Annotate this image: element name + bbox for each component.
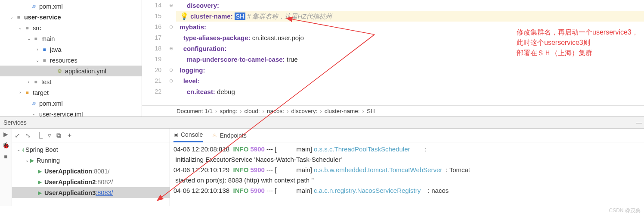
file-icon: ■	[40, 46, 48, 53]
tab-endpoints[interactable]: ♨Endpoints	[212, 132, 246, 139]
chevron-icon[interactable]: ⌄	[34, 58, 40, 63]
services-panel[interactable]: ▶ 🐞 ■ ⤢ ⤡ ⎿ ▿ ⧉ ＋ ⌄ ⍅ Spring Boot ⌄ ▶Run…	[0, 129, 170, 206]
services-title: Services	[3, 119, 27, 126]
console-output[interactable]: 04-06 12:20:08:818 INFO 5900 --- [ main]…	[170, 142, 644, 206]
services-root[interactable]: ⌄ ⍅ Spring Boot	[12, 144, 170, 155]
breadcrumb-part[interactable]: spring:	[220, 108, 238, 114]
run-config-item[interactable]: ▶UserApplication3 :8083/	[12, 187, 170, 198]
breadcrumb-part[interactable]: SH	[367, 108, 375, 114]
tree-label: java	[50, 46, 62, 53]
minimize-icon[interactable]: —	[635, 119, 644, 126]
file-icon: ⚙	[56, 67, 63, 75]
breadcrumb-part[interactable]: cloud:	[245, 108, 260, 114]
breadcrumb-part[interactable]: cluster-name:	[325, 108, 360, 114]
breadcrumb[interactable]: Document 1/1 › spring: › cloud: › nacos:…	[142, 105, 644, 116]
group-icon[interactable]: ⎿	[36, 132, 43, 139]
fold-column[interactable]: ⊖⊖⊖⊖⊖	[166, 0, 176, 105]
breadcrumb-part[interactable]: discovery:	[291, 108, 317, 114]
debug-icon[interactable]: 🐞	[0, 140, 12, 151]
tree-item[interactable]: ⚙application.yml	[0, 66, 142, 76]
chevron-icon[interactable]: ›	[34, 47, 40, 52]
services-titlebar[interactable]: Services —	[0, 116, 644, 129]
chevron-icon[interactable]: ›	[17, 90, 23, 95]
tree-item[interactable]: ⌄■main	[0, 33, 142, 44]
file-icon: ■	[32, 35, 40, 43]
tree-label: test	[41, 79, 51, 85]
tab-console[interactable]: ▣Console	[173, 129, 203, 142]
play-icon: ▶	[38, 179, 42, 185]
file-icon: ■	[23, 89, 31, 97]
project-tree[interactable]: mpom.xml⌄■user-service⌄■src⌄■main›■java⌄…	[0, 0, 142, 116]
tree-label: target	[33, 89, 49, 96]
port-link[interactable]: :8081/	[92, 168, 109, 175]
tree-item[interactable]: mpom.xml	[0, 98, 142, 109]
intention-bulb-icon[interactable]: 💡	[180, 12, 189, 20]
collapse-icon[interactable]: ⤡	[25, 132, 31, 139]
tree-item[interactable]: ⌄■src	[0, 22, 142, 33]
console-panel[interactable]: ▣Console ♨Endpoints 04-06 12:20:08:818 I…	[170, 129, 644, 206]
endpoints-icon: ♨	[212, 132, 217, 138]
port-link[interactable]: :8082/	[96, 179, 113, 186]
tree-label: pom.xml	[39, 100, 63, 107]
tree-label: user-service	[24, 14, 61, 21]
chevron-icon[interactable]: ⌄	[9, 15, 15, 19]
file-icon: ■	[40, 57, 48, 64]
file-icon: m	[30, 100, 37, 107]
file-icon: ■	[32, 78, 40, 86]
tree-item[interactable]: ▪user-service.iml	[0, 109, 142, 116]
breadcrumb-doc: Document 1/1	[176, 108, 213, 114]
tree-label: pom.xml	[39, 3, 63, 10]
watermark: CSDN @茂桑	[609, 207, 641, 214]
tree-item[interactable]: ›■test	[0, 76, 142, 87]
breadcrumb-part[interactable]: nacos:	[267, 108, 284, 114]
run-icon[interactable]: ▶	[0, 129, 12, 140]
tree-item[interactable]: ⌄■resources	[0, 55, 142, 66]
tree-label: main	[41, 35, 55, 42]
console-icon: ▣	[173, 132, 178, 138]
file-icon: ■	[15, 13, 22, 21]
tree-item[interactable]: ›■target	[0, 87, 142, 98]
port-link[interactable]: :8083/	[96, 189, 113, 196]
services-toolbar[interactable]: ⤢ ⤡ ⎿ ▿ ⧉ ＋	[12, 129, 170, 142]
tree-label: src	[33, 25, 41, 31]
run-config-item[interactable]: ▶UserApplication :8081/	[12, 166, 170, 176]
tree-label: resources	[50, 57, 77, 64]
tree-item[interactable]: ›■java	[0, 44, 142, 55]
tree-item[interactable]: mpom.xml	[0, 1, 142, 12]
expand-icon[interactable]: ⤢	[15, 132, 20, 139]
file-icon: m	[30, 3, 37, 10]
chevron-icon[interactable]: ⌄	[17, 25, 23, 30]
play-icon: ▶	[38, 168, 42, 174]
filter-icon[interactable]: ▿	[48, 132, 51, 139]
stop-icon[interactable]: ■	[0, 151, 12, 162]
line-gutter: 141516171819202122	[142, 0, 166, 105]
tree-item[interactable]: ⌄■user-service	[0, 12, 142, 22]
file-icon: ▪	[30, 110, 37, 117]
tree-label: user-service.iml	[39, 111, 83, 117]
run-config-item[interactable]: ▶UserApplication2 :8082/	[12, 176, 170, 187]
layout-icon[interactable]: ⧉	[56, 132, 61, 139]
chevron-icon[interactable]: ⌄	[26, 36, 32, 41]
tree-label: application.yml	[65, 68, 106, 75]
console-tabs[interactable]: ▣Console ♨Endpoints	[170, 129, 644, 142]
file-icon: ■	[23, 24, 31, 32]
services-side-toolbar[interactable]: ▶ 🐞 ■	[0, 129, 12, 206]
chevron-icon[interactable]: ›	[26, 79, 32, 84]
add-icon[interactable]: ＋	[66, 131, 73, 139]
services-group[interactable]: ⌄ ▶Running	[12, 155, 170, 166]
code-editor[interactable]: 141516171819202122 ⊖⊖⊖⊖⊖ discovery: clus…	[142, 0, 644, 116]
play-icon: ▶	[38, 190, 42, 196]
annotation-text: 修改集群名，再启动一个userservice3，此时这个userservice3…	[517, 27, 644, 58]
